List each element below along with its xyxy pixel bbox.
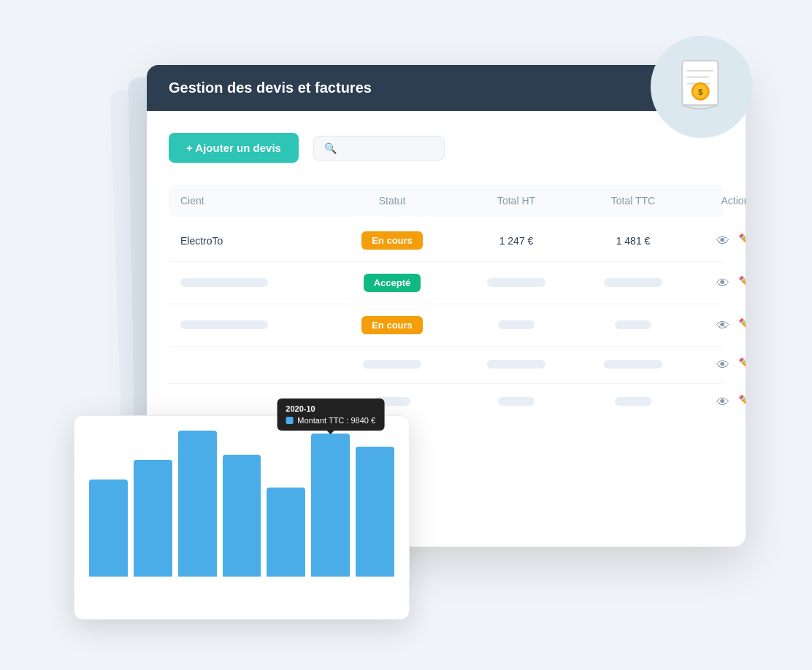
chart-bar[interactable] [89,480,128,577]
cell-ht: 1 247 € [458,235,575,247]
skeleton-client [180,278,268,287]
svg-text:$: $ [698,88,703,96]
cell-statut [326,359,458,371]
cell-ttc [575,277,692,289]
view-icon[interactable]: 👁 [716,396,729,409]
cell-action: 👁 ✏️ [692,358,746,371]
status-badge: En cours [361,316,423,334]
edit-icon[interactable]: ✏️ [738,396,746,409]
table-row: Accepté 👁 ✏️ [169,262,724,304]
header-action: Action [692,195,746,207]
edit-icon[interactable]: ✏️ [738,319,746,332]
page-title: Gestion des devis et factures [169,80,724,96]
skeleton-ttc [615,320,651,329]
client-name: ElectroTo [180,235,223,247]
cell-ht [458,320,575,331]
view-icon[interactable]: 👁 [716,319,729,332]
edit-icon[interactable]: ✏️ [738,234,746,247]
cell-ttc: 1 481 € [575,235,692,247]
skeleton-ttc [615,397,651,406]
cell-client [180,277,326,289]
skeleton-ht [498,397,535,406]
chart-bar[interactable]: 2020-10 Montant TTC : 9840 € [311,434,350,577]
cell-action: 👁 ✏️ [692,319,746,332]
table-row: ElectroTo En cours 1 247 € 1 481 € 👁 ✏️ [169,220,724,262]
table: Cient Statut Total HT Total TTC Action E… [169,185,724,420]
chart-bar[interactable] [267,488,305,577]
chart-bar[interactable] [223,455,261,577]
skeleton-statut [374,397,410,406]
scene: $ Gestion des devis et factures + Ajoute… [59,36,753,634]
edit-icon[interactable]: ✏️ [738,277,746,290]
add-devis-button[interactable]: + Ajouter un devis [169,133,299,163]
table-header: Cient Statut Total HT Total TTC Action [169,185,724,217]
chart-bar[interactable] [356,447,394,577]
cell-statut: En cours [326,316,458,334]
cell-statut: Accepté [326,274,458,292]
skeleton-ttc [604,360,662,369]
header-total-ttc: Total TTC [575,195,692,207]
status-badge: Accepté [364,274,421,292]
receipt-icon-container: $ [651,36,753,138]
edit-icon[interactable]: ✏️ [738,358,746,371]
cell-ht [458,396,575,408]
search-icon: 🔍 [324,142,337,154]
header-total-ht: Total HT [458,195,575,207]
header-statut: Statut [326,195,458,207]
amount-ttc: 1 481 € [616,235,651,247]
cell-action: 👁 ✏️ [692,396,746,409]
chart-bar[interactable] [134,460,172,577]
amount-ht: 1 247 € [499,235,534,247]
tooltip-dot [286,417,293,424]
skeleton-client [180,320,268,329]
tooltip-value: Montant TTC : 9840 € [297,416,375,425]
cell-ttc [575,320,692,331]
cell-client [180,320,326,331]
chart-card: 2020-10 Montant TTC : 9840 € [74,415,410,620]
table-row: En cours 👁 ✏️ [169,304,724,347]
cell-ttc [575,396,692,408]
skeleton-ht [487,278,545,287]
chart-area: 2020-10 Montant TTC : 9840 € [89,431,394,604]
skeleton-ht [487,360,545,369]
status-badge: En cours [361,231,423,250]
cell-ht [458,277,575,289]
cell-statut: En cours [326,231,458,250]
skeleton-ttc [604,278,662,287]
view-icon[interactable]: 👁 [716,277,729,290]
skeleton-ht [498,320,535,329]
search-box[interactable]: 🔍 [313,136,445,161]
cell-action: 👁 ✏️ [692,234,746,247]
view-icon[interactable]: 👁 [716,234,729,247]
chart-bar[interactable] [178,431,217,577]
main-card-body: + Ajouter un devis 🔍 Cient Statut Total … [147,111,746,442]
bars-container: 2020-10 Montant TTC : 9840 € [89,431,394,577]
cell-ht [458,359,575,371]
view-icon[interactable]: 👁 [716,358,729,371]
cell-client: ElectroTo [180,235,326,247]
cell-statut [326,396,458,408]
table-row: 👁 ✏️ [169,347,724,384]
receipt-icon: $ [673,58,731,116]
toolbar: + Ajouter un devis 🔍 [169,133,724,163]
header-client: Cient [180,195,326,207]
cell-action: 👁 ✏️ [692,277,746,290]
skeleton-statut [363,360,421,369]
cell-ttc [575,359,692,371]
